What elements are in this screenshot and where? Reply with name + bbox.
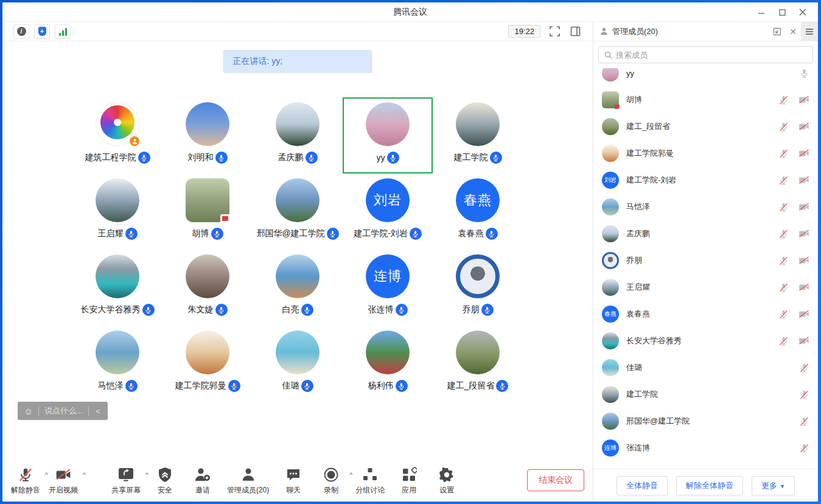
member-row[interactable]: 王启耀 (593, 274, 818, 301)
mic-muted-icon[interactable] (778, 175, 789, 186)
camera-muted-icon[interactable] (798, 228, 809, 239)
member-row[interactable]: 建工_段留省 (593, 113, 818, 140)
member-row[interactable]: 胡博 (593, 86, 818, 113)
toolbar-breakout-button[interactable]: 分组讨论 (355, 466, 385, 495)
participant-tile[interactable]: 孟庆鹏 (253, 97, 343, 173)
mic-muted-icon[interactable] (778, 122, 789, 132)
mic-muted-icon[interactable] (799, 363, 809, 373)
member-row[interactable]: 乔朋 (593, 247, 818, 274)
member-row[interactable]: 刘岩建工学院-刘岩 (593, 167, 818, 194)
minimize-button[interactable] (751, 4, 772, 21)
member-row[interactable]: 长安大学谷雅秀 (593, 327, 818, 354)
member-row[interactable]: 孟庆鹏 (593, 220, 818, 247)
mic-muted-icon (18, 466, 33, 483)
participant-tile[interactable]: 邢国华@建工学院 (253, 173, 343, 250)
toolbar-person-add-button[interactable]: 邀请 (189, 466, 216, 495)
info-icon[interactable]: i (13, 24, 29, 39)
unmute-all-button[interactable]: 解除全体静音 (676, 476, 743, 495)
participant-tile[interactable]: 马恺泽 (72, 326, 162, 402)
toolbar-camera-muted-button[interactable]: 开启视频^ (49, 466, 78, 495)
mic-muted-icon[interactable] (778, 202, 789, 212)
camera-muted-icon[interactable] (798, 309, 809, 320)
member-search-input[interactable] (616, 51, 807, 60)
toolbar-person-button[interactable]: 管理成员(20) (227, 466, 269, 495)
participant-tile[interactable]: 白亮 (253, 250, 343, 326)
camera-muted-icon[interactable] (798, 175, 809, 186)
close-button[interactable] (792, 4, 813, 21)
toolbar-gear-button[interactable]: 设置 (433, 466, 460, 495)
quick-chat-bar[interactable]: ☺ 说点什么... < (18, 402, 108, 420)
participant-tile[interactable]: 建工学院郭曼 (162, 326, 253, 402)
more-button[interactable]: 更多▼ (752, 476, 795, 495)
avatar: 春燕 (456, 178, 500, 222)
participant-tile[interactable]: 建筑工程学院 (72, 97, 162, 173)
close-icon[interactable]: ✕ (785, 24, 801, 40)
participant-tile[interactable]: 春燕袁春燕 (433, 173, 523, 250)
member-row[interactable]: 建工学院郭曼 (593, 140, 818, 167)
end-meeting-button[interactable]: 结束会议 (527, 469, 584, 491)
camera-muted-icon[interactable] (798, 121, 809, 132)
shield-plus-icon[interactable]: + (34, 24, 50, 39)
member-search-box[interactable] (598, 46, 813, 63)
camera-muted-icon[interactable] (798, 201, 809, 212)
layout-panel-icon[interactable] (568, 25, 582, 38)
chat-input-placeholder[interactable]: 说点什么... (44, 405, 83, 416)
chevron-up-icon[interactable]: ^ (45, 472, 48, 478)
mic-muted-icon[interactable] (799, 416, 809, 427)
participant-tile[interactable]: 建工学院 (433, 97, 523, 173)
participant-tile[interactable]: 刘明和 (162, 97, 253, 173)
mute-all-button[interactable]: 全体静音 (617, 476, 668, 495)
member-row[interactable]: yy (593, 68, 818, 86)
camera-muted-icon[interactable] (798, 255, 809, 266)
camera-muted-icon[interactable] (798, 282, 809, 293)
member-row[interactable]: 佳璐 (593, 354, 818, 381)
camera-muted-icon[interactable] (798, 148, 809, 159)
popout-icon[interactable] (769, 24, 785, 40)
participant-tile[interactable]: 连博张连博 (343, 250, 433, 326)
mic-muted-icon[interactable] (778, 309, 789, 320)
participant-tile[interactable]: 刘岩建工学院-刘岩 (343, 173, 433, 250)
smiley-icon[interactable]: ☺ (24, 406, 33, 416)
camera-muted-icon[interactable] (798, 94, 809, 105)
participant-tile[interactable]: 佳璐 (253, 326, 343, 402)
member-row[interactable]: 春燕袁春燕 (593, 301, 818, 327)
member-row[interactable]: 建工学院 (593, 381, 818, 408)
toolbar-mic-muted-button[interactable]: 解除静音^ (11, 466, 40, 495)
toolbar-apps-button[interactable]: 应用 (396, 466, 422, 495)
chevron-up-icon[interactable]: ^ (83, 472, 86, 478)
mic-muted-icon[interactable] (799, 443, 809, 453)
member-row[interactable]: 马恺泽 (593, 194, 818, 220)
fullscreen-icon[interactable] (548, 25, 561, 38)
participant-tile[interactable]: 建工_段留省 (433, 326, 523, 402)
mic-muted-icon[interactable] (778, 229, 789, 239)
participant-tile[interactable]: 王启耀 (72, 173, 162, 250)
mic-muted-icon (490, 152, 502, 164)
mic-muted-icon[interactable] (799, 390, 809, 400)
mic-on-icon[interactable] (799, 68, 809, 79)
mic-muted-icon[interactable] (778, 95, 789, 105)
chevron-up-icon[interactable]: ^ (349, 472, 352, 478)
mic-muted-icon[interactable] (778, 149, 789, 159)
participant-tile[interactable]: 长安大学谷雅秀 (72, 250, 162, 326)
toolbar-record-button[interactable]: 录制^ (318, 466, 344, 495)
camera-muted-icon[interactable] (798, 335, 809, 346)
participant-tile[interactable]: 杨利伟 (343, 326, 433, 402)
mic-muted-icon[interactable] (778, 336, 789, 346)
network-signal-icon[interactable] (55, 24, 71, 39)
toolbar-share-screen-button[interactable]: 共享屏幕^ (111, 466, 141, 495)
member-row[interactable]: 邢国华@建工学院 (593, 408, 818, 435)
participant-tile[interactable]: 胡博 (162, 173, 253, 250)
participant-tile-speaking[interactable]: yy (343, 97, 433, 173)
mic-muted-icon[interactable] (778, 282, 789, 293)
toolbar-shield-button[interactable]: 安全 (152, 466, 178, 495)
mic-muted-icon[interactable] (778, 256, 789, 266)
member-list[interactable]: yy 胡博 建工_段留省 建工学院郭曼 刘岩建工学院-刘岩 马恺泽 孟庆鹏 乔朋 (593, 68, 818, 469)
member-row[interactable]: 连博张连博 (593, 435, 818, 461)
toolbar-chat-button[interactable]: 聊天 (280, 466, 307, 495)
chevron-up-icon[interactable]: ^ (145, 472, 148, 478)
participant-tile[interactable]: 乔朋 (433, 250, 523, 326)
maximize-button[interactable] (772, 4, 792, 21)
participant-tile[interactable]: 朱文婕 (162, 250, 253, 326)
menu-icon[interactable] (801, 22, 818, 41)
chat-collapse-button[interactable]: < (94, 407, 102, 416)
